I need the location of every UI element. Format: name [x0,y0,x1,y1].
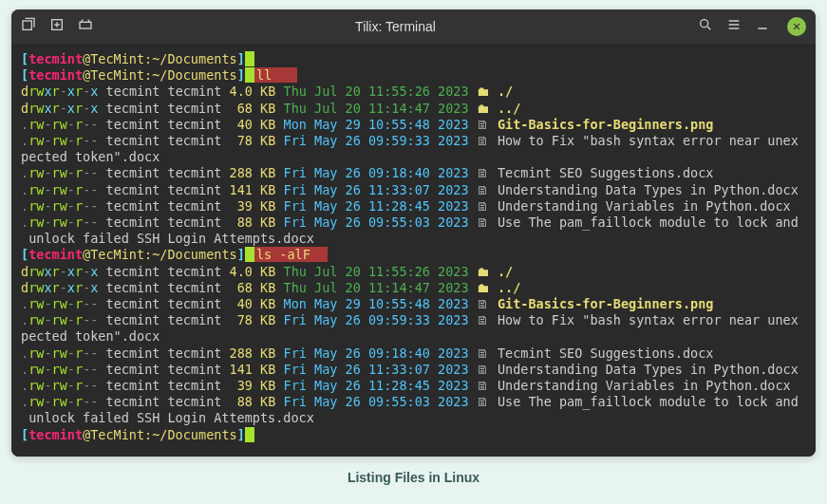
svg-point-3 [701,20,708,28]
svg-rect-2 [80,22,91,28]
window-title: Tilix: Terminal [93,19,698,34]
close-button[interactable] [787,17,806,36]
menu-icon[interactable] [726,17,742,36]
terminal-window: Tilix: Terminal [tecmint@TecMint:~/Docum… [11,9,816,457]
titlebar-left-buttons [21,17,93,36]
search-icon[interactable] [698,17,713,36]
new-tab-icon[interactable] [21,17,36,36]
minimize-icon[interactable] [755,17,770,36]
split-icon[interactable] [78,17,93,36]
titlebar-right-buttons [698,17,806,36]
titlebar: Tilix: Terminal [11,9,816,44]
svg-rect-0 [23,21,31,29]
terminal-output[interactable]: [tecmint@TecMint:~/Documents] [tecmint@T… [11,44,816,457]
caption: Listing Files in Linux [0,470,827,485]
new-window-icon[interactable] [49,17,65,36]
